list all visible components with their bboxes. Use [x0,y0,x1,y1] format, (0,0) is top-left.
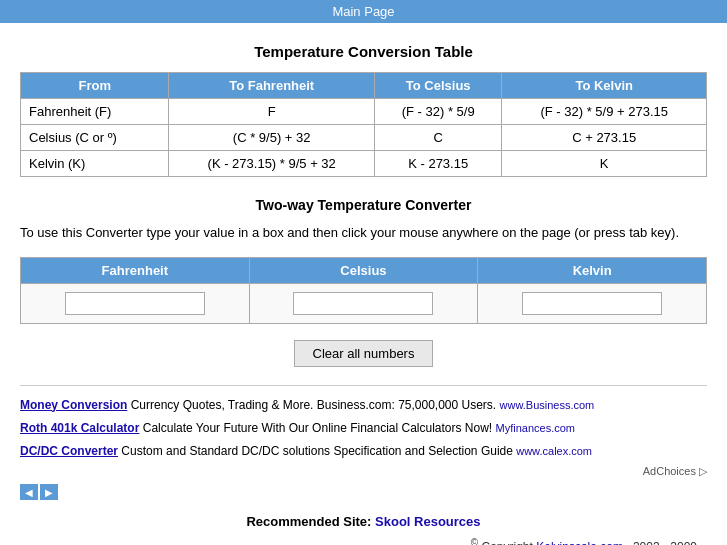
celsius-input[interactable] [293,292,433,315]
celsius-cell [249,283,478,323]
table-cell: Fahrenheit (F) [21,99,169,125]
converter-title: Two-way Temperature Converter [20,197,707,213]
table-row: Kelvin (K)(K - 273.15) * 9/5 + 32K - 273… [21,151,707,177]
ad-main-link[interactable]: Roth 401k Calculator [20,421,139,435]
input-header-celsius: Celsius [249,257,478,283]
ad-line: Roth 401k Calculator Calculate Your Futu… [20,419,707,437]
table-cell: (K - 273.15) * 9/5 + 32 [169,151,375,177]
top-nav[interactable]: Main Page [0,0,727,23]
page-title: Temperature Conversion Table [20,43,707,60]
clear-all-button[interactable]: Clear all numbers [294,340,434,367]
fahrenheit-input[interactable] [65,292,205,315]
copyright-link[interactable]: Kelvinscale.com [536,540,623,545]
ad-small-link[interactable]: www.calex.com [516,445,592,457]
table-row: Fahrenheit (F)F(F - 32) * 5/9(F - 32) * … [21,99,707,125]
table-cell: Celsius (C or º) [21,125,169,151]
ad-choices: AdChoices ▷ [20,465,707,478]
table-cell: (C * 9/5) + 32 [169,125,375,151]
input-table: FahrenheitCelsiusKelvin [20,257,707,324]
recommended-label: Recommended Site: [246,514,371,529]
nav-prev-arrow[interactable]: ◀ [20,484,38,500]
table-cell: K - 273.15 [375,151,502,177]
input-header-fahrenheit: Fahrenheit [21,257,250,283]
ad-line: DC/DC Converter Custom and Standard DC/D… [20,442,707,460]
kelvin-input[interactable] [522,292,662,315]
ad-main-link[interactable]: Money Conversion [20,398,127,412]
kelvin-cell [478,283,707,323]
table-cell: (F - 32) * 5/9 + 273.15 [502,99,707,125]
input-header-kelvin: Kelvin [478,257,707,283]
table-row: Celsius (C or º)(C * 9/5) + 32CC + 273.1… [21,125,707,151]
nav-arrows: ◀ ▶ [20,484,58,500]
conv-header-from: From [21,73,169,99]
ads-section: Money Conversion Currency Quotes, Tradin… [20,385,707,505]
ad-small-link[interactable]: Myfinances.com [496,422,575,434]
copyright: © Copyright Kelvinscale.com , 2002 - 200… [20,537,707,545]
ad-main-link[interactable]: DC/DC Converter [20,444,118,458]
conv-header-to-kelvin: To Kelvin [502,73,707,99]
table-cell: C + 273.15 [502,125,707,151]
table-cell: Kelvin (K) [21,151,169,177]
ad-line: Money Conversion Currency Quotes, Tradin… [20,396,707,414]
ad-small-link[interactable]: www.Business.com [500,399,595,411]
nav-next-arrow[interactable]: ▶ [40,484,58,500]
table-cell: C [375,125,502,151]
table-cell: (F - 32) * 5/9 [375,99,502,125]
recommended-link[interactable]: Skool Resources [375,514,481,529]
table-cell: F [169,99,375,125]
conv-header-to-fahrenheit: To Fahrenheit [169,73,375,99]
clear-button-wrapper: Clear all numbers [20,340,707,367]
conv-header-to-celsius: To Celsius [375,73,502,99]
table-cell: K [502,151,707,177]
ad-choices-icon: ▷ [699,465,707,477]
recommended-site: Recommended Site: Skool Resources [20,514,707,529]
conversion-table: FromTo FahrenheitTo CelsiusTo Kelvin Fah… [20,72,707,177]
converter-instructions: To use this Converter type your value in… [20,223,707,243]
top-nav-label: Main Page [332,4,394,19]
fahrenheit-cell [21,283,250,323]
